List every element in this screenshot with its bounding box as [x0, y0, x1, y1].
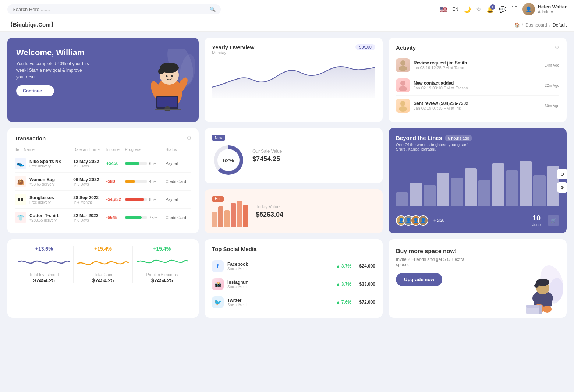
- brand-logo: 【Biqubiqu.Com】: [7, 21, 56, 28]
- beyond-time-ago: 6 hours ago: [445, 135, 472, 141]
- sale-hot-value: $5263.04: [256, 211, 375, 219]
- activity-text-1: Review request jim Smith jan 03 19 12:25…: [414, 60, 541, 70]
- beyond-sub: One Of the world,s brightest, young surf…: [396, 142, 470, 151]
- language-selector[interactable]: EN: [452, 7, 458, 12]
- upgrade-card: Buy more space now! Invite 2 Friends and…: [389, 239, 567, 318]
- stat-item: +15.4% Total Gain $7454.25: [74, 246, 132, 283]
- social-item-twitter: 🐦 Twitter Social Media ▲ 7.6% $72,000: [212, 293, 375, 311]
- activity-time-2: 22m Ago: [545, 84, 559, 88]
- twitter-val: $72,000: [355, 300, 375, 305]
- yearly-badge: 50/100: [355, 44, 375, 50]
- nav-icons: 🇺🇸 EN 🌙 ☆ 🔔 4 💬 ⛶ 👤 Helen Walter Admin ∨: [440, 3, 567, 15]
- facebook-pct: ▲ 3.7%: [336, 264, 351, 269]
- beyond-title: Beyond the Lines: [396, 135, 442, 141]
- sale-hot-card: Hot Today Value $5263.04: [205, 189, 383, 233]
- sale-cards-column: New 62% Our Sale Value $7454.25 Hot: [205, 128, 383, 233]
- beyond-date-month: June: [532, 222, 541, 227]
- side-icon-refresh[interactable]: ↺: [557, 169, 567, 179]
- activity-title-3: Sent review (504)236-7302: [414, 101, 541, 106]
- cart-icon[interactable]: 🛒: [548, 215, 559, 226]
- bar-group: [437, 173, 449, 206]
- user-profile[interactable]: 👤 Helen Walter Admin ∨: [522, 3, 567, 15]
- bar-group: [451, 178, 463, 206]
- bar-group: [465, 168, 477, 206]
- svg-point-7: [158, 68, 164, 74]
- message-icon[interactable]: 💬: [499, 6, 506, 13]
- avatar-4: 👤: [418, 215, 428, 226]
- activity-item-2: New contact added Jan 02 19 03:10 PM at …: [396, 75, 559, 96]
- instagram-icon: 📸: [212, 278, 224, 290]
- col-status: Status: [166, 146, 191, 155]
- activity-item-1: Review request jim Smith jan 03 19 12:25…: [396, 55, 559, 75]
- notification-icon[interactable]: 🔔 4: [486, 6, 494, 13]
- instagram-pct: ▲ 3.7%: [336, 282, 351, 287]
- col-income: Income: [106, 146, 125, 155]
- yearly-chart: [212, 58, 375, 95]
- facebook-sub: Social Media: [227, 267, 332, 271]
- svg-rect-32: [526, 305, 539, 308]
- sale-new-card: New 62% Our Sale Value $7454.25: [205, 128, 383, 183]
- activity-sub-1: jan 03 19 12:25 PM at Tame: [414, 66, 541, 70]
- svg-point-8: [166, 75, 168, 77]
- fullscreen-icon[interactable]: ⛶: [511, 6, 517, 13]
- home-icon[interactable]: 🏠: [514, 22, 520, 28]
- breadcrumb: 🏠 / Dashboard / Default: [514, 22, 567, 28]
- breadcrumb-dashboard[interactable]: Dashboard: [525, 22, 547, 28]
- twitter-sub: Social Media: [227, 303, 332, 307]
- activity-thumb-2: [396, 78, 410, 92]
- svg-point-19: [399, 106, 407, 112]
- transaction-settings-icon[interactable]: ⚙: [187, 135, 191, 141]
- beyond-date-num: 10: [532, 214, 541, 222]
- instagram-name: Instagram: [227, 280, 332, 285]
- side-icon-settings[interactable]: ⚙: [557, 182, 567, 193]
- breadcrumb-default: Default: [553, 22, 567, 28]
- activity-title: Activity: [396, 45, 416, 51]
- sale-new-label: Our Sale Value: [252, 149, 375, 154]
- main-grid: Welcome, William You have completed 40% …: [0, 32, 574, 324]
- welcome-card: Welcome, William You have completed 40% …: [7, 38, 199, 122]
- breadcrumb-bar: 【Biqubiqu.Com】 🏠 / Dashboard / Default: [0, 18, 574, 32]
- social-title: Top Social Media: [212, 246, 375, 252]
- search-icon: 🔍: [210, 7, 216, 12]
- activity-time-1: 14m Ago: [545, 63, 559, 67]
- darkmode-icon[interactable]: 🌙: [464, 6, 471, 13]
- upgrade-button[interactable]: Upgrade now: [396, 273, 442, 286]
- welcome-illustration: [136, 38, 195, 122]
- bar-chart: [396, 155, 559, 206]
- activity-settings-icon[interactable]: ⚙: [554, 44, 559, 51]
- activity-text-3: Sent review (504)236-7302 Jan 02 19 07:3…: [414, 101, 541, 110]
- twitter-name: Twitter: [227, 298, 332, 303]
- sale-hot-info: Today Value $5263.04: [256, 204, 375, 219]
- top-navbar: 🔍 🇺🇸 EN 🌙 ☆ 🔔 4 💬 ⛶ 👤 Helen Walter Admin…: [0, 0, 574, 18]
- bar-group: [492, 163, 504, 206]
- transaction-card: Transaction ⚙ Item Name Date and Time In…: [7, 128, 199, 233]
- bar-group: [396, 192, 408, 206]
- continue-button[interactable]: Continue →: [16, 85, 54, 96]
- star-icon[interactable]: ☆: [476, 6, 481, 13]
- yearly-title: Yearly Overview: [212, 44, 254, 50]
- svg-point-15: [399, 66, 407, 71]
- breadcrumb-sep1: /: [522, 22, 523, 28]
- yearly-overview-card: Yearly Overview Monday 50/100: [205, 38, 383, 122]
- activity-thumb-1: [396, 58, 410, 72]
- sale-hot-label: Today Value: [256, 204, 375, 209]
- search-input[interactable]: [13, 7, 207, 12]
- search-box[interactable]: 🔍: [7, 4, 221, 14]
- sale-mini-bars: [212, 205, 248, 227]
- sale-new-tag: New: [212, 135, 225, 141]
- upgrade-sub: Invite 2 Friends and get 5 GB extra spac…: [396, 257, 470, 267]
- twitter-icon: 🐦: [212, 296, 224, 308]
- table-row: 👜 Women Bag ₹83.65 delivery 06 May 2022 …: [15, 173, 191, 191]
- yearly-day: Monday: [212, 50, 254, 55]
- instagram-sub: Social Media: [227, 285, 332, 289]
- table-row: 👕 Cotton T-shirt ₹283.65 delivery 22 Mar…: [15, 209, 191, 227]
- stats-row-card: +13.6% Total Investment $7454.25 +15.4% …: [7, 239, 199, 318]
- activity-text-2: New contact added Jan 02 19 03:10 PM at …: [414, 81, 541, 90]
- transaction-title: Transaction: [15, 135, 46, 141]
- svg-point-18: [400, 101, 405, 106]
- svg-point-9: [171, 75, 173, 77]
- user-role: Admin ∨: [538, 10, 567, 14]
- svg-point-14: [400, 60, 405, 66]
- activity-item-3: Sent review (504)236-7302 Jan 02 19 07:3…: [396, 96, 559, 116]
- bar-group: [424, 185, 436, 206]
